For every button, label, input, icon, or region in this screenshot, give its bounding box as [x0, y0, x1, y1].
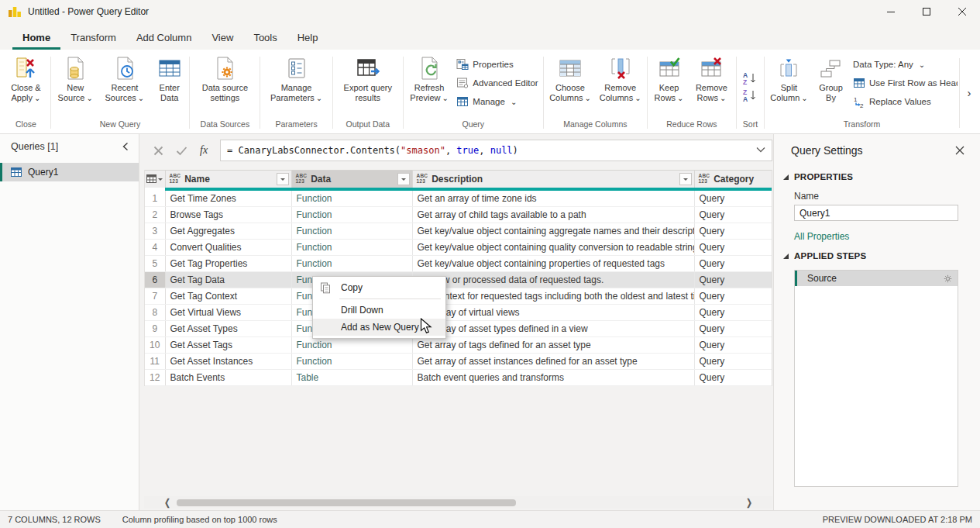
cell-data[interactable]: Table: [291, 370, 412, 386]
cell-name[interactable]: Get Time Zones: [165, 191, 291, 207]
column-header-category[interactable]: ABC123 Category: [694, 171, 772, 188]
select-all-corner[interactable]: [145, 171, 165, 188]
properties-section-header[interactable]: PROPERTIES: [774, 163, 980, 185]
remove-columns-button[interactable]: Remove Columns: [595, 52, 645, 105]
cell-description[interactable]: Get key/value object containing properti…: [412, 256, 694, 272]
scroll-right-icon[interactable]: ❭: [743, 497, 755, 508]
refresh-preview-button[interactable]: Refresh Preview: [405, 52, 453, 105]
cell-data[interactable]: Function: [291, 337, 412, 354]
tab-transform[interactable]: Transform: [60, 26, 126, 50]
all-properties-link[interactable]: All Properties: [774, 221, 980, 242]
row-number[interactable]: 3: [145, 223, 165, 240]
export-query-results-button[interactable]: Export query results: [335, 52, 401, 105]
cell-description[interactable]: Get array of tags defined for an asset t…: [412, 337, 694, 354]
cell-name[interactable]: Batch Events: [165, 370, 291, 386]
maximize-button[interactable]: [909, 0, 944, 23]
tab-view[interactable]: View: [201, 26, 243, 50]
row-number[interactable]: 11: [145, 354, 165, 370]
row-number[interactable]: 7: [145, 288, 165, 305]
tab-tools[interactable]: Tools: [243, 26, 287, 50]
minimize-button[interactable]: [873, 0, 909, 23]
keep-rows-button[interactable]: Keep Rows: [649, 52, 689, 105]
filter-button[interactable]: [277, 173, 289, 185]
cell-category[interactable]: Query: [694, 321, 772, 337]
applied-steps-section-header[interactable]: APPLIED STEPS: [774, 242, 980, 264]
cell-name[interactable]: Get Tag Properties: [165, 256, 291, 272]
use-first-row-as-headers-button[interactable]: Use First Row as Headers: [850, 74, 958, 92]
column-header-data[interactable]: ABC123 Data: [291, 171, 412, 188]
tab-help[interactable]: Help: [287, 26, 328, 50]
cell-category[interactable]: Query: [694, 354, 772, 370]
cell-data[interactable]: Function: [291, 223, 412, 240]
cell-description[interactable]: Get key/value object containing aggregat…: [412, 223, 694, 240]
cell-name[interactable]: Get Aggregates: [165, 223, 291, 240]
scroll-left-icon[interactable]: ❬: [161, 497, 174, 508]
cell-name[interactable]: Get Virtual Views: [165, 305, 291, 321]
choose-columns-button[interactable]: Choose Columns: [545, 52, 596, 105]
filter-button[interactable]: [397, 173, 410, 185]
profiling-status[interactable]: Column profiling based on top 1000 rows: [122, 515, 277, 524]
cell-category[interactable]: Query: [694, 191, 772, 207]
cell-category[interactable]: Query: [694, 337, 772, 354]
cell-category[interactable]: Query: [694, 305, 772, 321]
row-number[interactable]: 6: [145, 272, 165, 288]
close-panel-icon[interactable]: [955, 146, 965, 155]
cell-description[interactable]: Get array of child tags available to a p…: [412, 207, 694, 223]
new-source-button[interactable]: New Source: [53, 52, 98, 105]
cell-name[interactable]: Convert Qualities: [165, 240, 291, 256]
scrollbar-thumb[interactable]: [177, 499, 516, 506]
data-type-button[interactable]: Data Type: Any: [850, 55, 928, 74]
cell-description[interactable]: Get array of virtual views: [412, 305, 694, 321]
cell-description[interactable]: Get key/value object containing quality …: [412, 240, 694, 256]
cell-category[interactable]: Query: [694, 207, 772, 223]
row-number[interactable]: 8: [145, 305, 165, 321]
row-number[interactable]: 5: [145, 256, 165, 272]
data-source-settings-button[interactable]: Data source settings: [191, 52, 258, 105]
ribbon-overflow-button[interactable]: [961, 58, 977, 128]
properties-button[interactable]: Properties: [453, 55, 516, 74]
remove-rows-button[interactable]: Remove Rows: [689, 52, 734, 105]
row-number[interactable]: 10: [145, 337, 165, 354]
manage-button[interactable]: Manage: [453, 92, 520, 111]
cell-description[interactable]: Get an array of time zone ids: [412, 191, 694, 207]
close-button[interactable]: [944, 0, 980, 23]
row-number[interactable]: 12: [145, 370, 165, 386]
horizontal-scrollbar[interactable]: ❬ ❭: [144, 496, 772, 509]
cell-category[interactable]: Query: [694, 223, 772, 240]
split-column-button[interactable]: Split Column: [766, 52, 812, 105]
commit-formula-icon[interactable]: [176, 146, 187, 156]
column-header-name[interactable]: ABC123 Name: [165, 171, 291, 188]
cell-name[interactable]: Get Asset Tags: [165, 337, 291, 354]
cell-name[interactable]: Get Asset Types: [165, 321, 291, 337]
expand-formula-bar-icon[interactable]: [756, 147, 765, 153]
context-menu-item-drill-down[interactable]: Drill Down: [313, 302, 445, 319]
formula-input[interactable]: = CanaryLabsConnector.Contents("smason",…: [220, 140, 772, 161]
close-apply-button[interactable]: Close & Apply: [3, 52, 49, 105]
row-number[interactable]: 1: [145, 191, 165, 207]
applied-step-source[interactable]: Source: [795, 271, 958, 286]
row-number[interactable]: 2: [145, 207, 165, 223]
recent-sources-button[interactable]: Recent Sources: [98, 52, 152, 105]
cell-name[interactable]: Browse Tags: [165, 207, 291, 223]
cell-name[interactable]: Get Asset Instances: [165, 354, 291, 370]
cell-data[interactable]: Function: [291, 207, 412, 223]
cell-description[interactable]: Get array of asset instances defined for…: [412, 354, 694, 370]
cancel-formula-icon[interactable]: [153, 146, 163, 156]
column-header-description[interactable]: ABC123 Description: [412, 171, 694, 188]
collapse-panel-icon[interactable]: [122, 142, 129, 151]
cell-description[interactable]: Get context for requested tags including…: [412, 288, 694, 305]
sort-ascending-button[interactable]: AZ: [740, 70, 760, 87]
cell-category[interactable]: Query: [694, 272, 772, 288]
cell-data[interactable]: Function: [291, 191, 412, 207]
sort-descending-button[interactable]: ZA: [740, 87, 760, 104]
tab-home[interactable]: Home: [12, 26, 60, 50]
filter-button[interactable]: [679, 173, 692, 185]
context-menu-item-copy[interactable]: Copy: [313, 279, 445, 296]
group-by-button[interactable]: Group By: [812, 52, 850, 105]
tab-add-column[interactable]: Add Column: [126, 26, 202, 50]
cell-data[interactable]: Function: [291, 354, 412, 370]
advanced-editor-button[interactable]: Advanced Editor: [453, 74, 541, 92]
row-number[interactable]: 9: [145, 321, 165, 337]
cell-category[interactable]: Query: [694, 256, 772, 272]
replace-values-button[interactable]: 12 Replace Values: [850, 92, 934, 111]
